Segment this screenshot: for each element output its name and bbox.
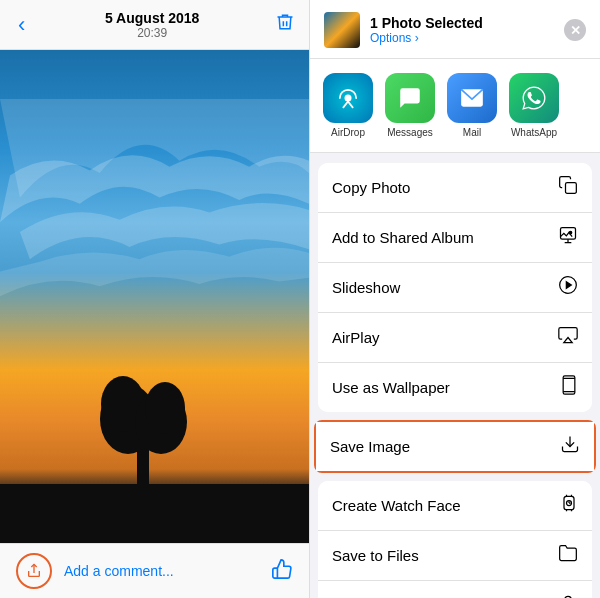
add-shared-album-icon <box>558 225 578 250</box>
share-header: 1 Photo Selected Options › ✕ <box>310 0 600 59</box>
save-files-item[interactable]: Save to Files <box>318 531 592 581</box>
date-label: 5 August 2018 <box>29 10 275 26</box>
add-shared-album-item[interactable]: Add to Shared Album <box>318 213 592 263</box>
mail-label: Mail <box>463 127 481 138</box>
svg-point-6 <box>345 95 352 102</box>
whatsapp-icon <box>509 73 559 123</box>
header-title: 5 August 2018 20:39 <box>29 10 275 40</box>
save-image-highlight: Save Image <box>314 420 596 473</box>
time-label: 20:39 <box>29 26 275 40</box>
share-header-left: 1 Photo Selected Options › <box>324 12 483 48</box>
airdrop-app[interactable]: AirDrop <box>320 73 376 138</box>
svg-rect-8 <box>566 183 577 194</box>
action-menu-list: Copy Photo Add to Shared Album <box>310 153 600 598</box>
ground <box>0 484 309 543</box>
close-button[interactable]: ✕ <box>564 19 586 41</box>
save-image-item[interactable]: Save Image <box>316 422 594 471</box>
share-title-block: 1 Photo Selected Options › <box>370 15 483 45</box>
back-button[interactable]: ‹ <box>14 8 29 42</box>
share-title: 1 Photo Selected <box>370 15 483 31</box>
svg-point-4 <box>145 382 185 434</box>
messages-label: Messages <box>387 127 433 138</box>
messages-icon <box>385 73 435 123</box>
airplay-label: AirPlay <box>332 329 380 346</box>
slideshow-icon <box>558 275 578 300</box>
trash-button[interactable] <box>275 12 295 37</box>
create-watch-face-label: Create Watch Face <box>332 497 461 514</box>
whatsapp-label: WhatsApp <box>511 127 557 138</box>
like-button[interactable] <box>271 558 293 585</box>
whatsapp-app[interactable]: WhatsApp <box>506 73 562 138</box>
slideshow-item[interactable]: Slideshow <box>318 263 592 313</box>
copy-photo-icon <box>558 175 578 200</box>
share-button[interactable] <box>16 553 52 589</box>
save-files-icon <box>558 543 578 568</box>
assign-contact-icon <box>558 593 578 598</box>
airdrop-icon <box>323 73 373 123</box>
comment-input[interactable]: Add a comment... <box>64 563 259 579</box>
app-icons-row: AirDrop Messages Mail <box>310 59 600 153</box>
photo-footer: Add a comment... <box>0 543 309 598</box>
save-image-label: Save Image <box>330 438 410 455</box>
messages-app[interactable]: Messages <box>382 73 438 138</box>
wallpaper-label: Use as Wallpaper <box>332 379 450 396</box>
airdrop-label: AirDrop <box>331 127 365 138</box>
add-shared-album-label: Add to Shared Album <box>332 229 474 246</box>
slideshow-label: Slideshow <box>332 279 400 296</box>
create-watch-face-item[interactable]: Create Watch Face <box>318 481 592 531</box>
mail-app[interactable]: Mail <box>444 73 500 138</box>
share-sheet: 1 Photo Selected Options › ✕ AirDrop <box>310 0 600 598</box>
copy-photo-item[interactable]: Copy Photo <box>318 163 592 213</box>
menu-section-1: Copy Photo Add to Shared Album <box>318 163 592 412</box>
create-watch-face-icon <box>560 493 578 518</box>
svg-marker-13 <box>564 338 572 343</box>
wallpaper-icon <box>560 375 578 400</box>
selected-photo-thumb <box>324 12 360 48</box>
save-image-icon <box>560 434 580 459</box>
photo-header: ‹ 5 August 2018 20:39 <box>0 0 309 50</box>
airplay-item[interactable]: AirPlay <box>318 313 592 363</box>
wallpaper-item[interactable]: Use as Wallpaper <box>318 363 592 412</box>
left-panel: ‹ 5 August 2018 20:39 <box>0 0 310 598</box>
assign-contact-item[interactable]: Assign to Contact <box>318 581 592 598</box>
airplay-icon <box>558 325 578 350</box>
svg-marker-12 <box>566 282 571 289</box>
menu-section-2: Create Watch Face Save to Files <box>318 481 592 598</box>
photo-view <box>0 50 309 543</box>
options-link[interactable]: Options › <box>370 31 483 45</box>
mail-icon <box>447 73 497 123</box>
copy-photo-label: Copy Photo <box>332 179 410 196</box>
save-files-label: Save to Files <box>332 547 419 564</box>
photo-image <box>0 50 309 543</box>
